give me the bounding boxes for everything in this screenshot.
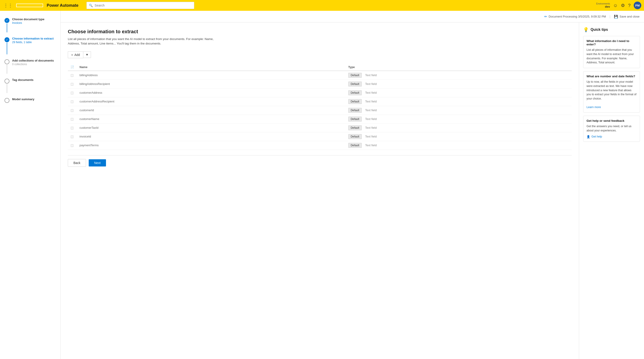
field-name-cell: customerId: [77, 106, 346, 115]
default-badge: Default: [348, 125, 362, 130]
help-icon[interactable]: ?: [628, 3, 630, 8]
field-type-text: Text field: [365, 82, 376, 86]
step-4-title: Tag documents: [12, 78, 34, 82]
default-badge: Default: [348, 73, 362, 78]
save-close-label: Save and close: [620, 15, 640, 18]
fields-table: 📄 Name Type ◫ billingAddress Default Tex…: [68, 64, 572, 150]
field-name-cell: customerTaxId: [77, 123, 346, 132]
step-2-circle: ✓: [4, 37, 10, 42]
search-box[interactable]: 🔍: [86, 2, 194, 9]
step-5-title: Model summary: [12, 98, 34, 101]
quick-tip-card-3: Get help or send feedback Get the answer…: [583, 116, 640, 142]
field-name-cell: paymentTerms: [77, 141, 346, 150]
topnav: ⋮⋮ Power Automate 🔍 Environments dev ☺ ⚙…: [0, 0, 644, 11]
field-type-cell: Default Text field: [346, 80, 572, 88]
default-badge: Default: [348, 99, 362, 104]
avatar[interactable]: PM: [634, 2, 641, 9]
sidebar: ✓ Choose document type Invoices ✓ Choose…: [0, 11, 61, 359]
step-4-circle: [4, 79, 10, 84]
col-name-header: Name: [77, 64, 346, 71]
env-name: dev: [605, 5, 610, 8]
save-close-btn[interactable]: 💾 Save and close: [614, 15, 640, 19]
table-row: ◫ customerName Default Text field: [68, 115, 572, 123]
get-help-anchor[interactable]: Get help: [592, 135, 602, 138]
qt-card-1-title: What information do I need to enter?: [586, 39, 636, 46]
sidebar-item-tag-docs[interactable]: Tag documents: [0, 76, 60, 95]
qt-card-3-title: Get help or send feedback: [586, 119, 636, 122]
field-type-icon: ◫: [70, 117, 74, 121]
learn-more-link[interactable]: Learn more: [586, 106, 601, 109]
sidebar-item-choose-doc-type[interactable]: ✓ Choose document type Invoices: [0, 15, 60, 35]
doc-title-text: Document Processing 3/5/2025, 9:09:32 PM: [548, 15, 606, 18]
col-checkbox: 📄: [68, 64, 77, 71]
app-logo: [16, 4, 43, 7]
field-type-cell: Default Text field: [346, 71, 572, 80]
chevron-down-icon: ▼: [86, 53, 88, 56]
default-badge: Default: [348, 143, 362, 148]
field-name-cell: billingAddress: [77, 71, 346, 80]
main-topbar: ✏ Document Processing 3/5/2025, 9:09:32 …: [61, 11, 644, 23]
step-3-text: Add collections of documents 0 collectio…: [12, 59, 54, 66]
add-button[interactable]: + Add: [68, 52, 83, 58]
field-name-cell: customerAddressRecipient: [77, 97, 346, 106]
page-description: List all pieces of information that you …: [68, 37, 220, 46]
search-icon: 🔍: [89, 4, 93, 7]
default-badge: Default: [348, 117, 362, 122]
table-row: ◫ customerAddressRecipient Default Text …: [68, 97, 572, 106]
qt-card-2-title: What are number and date fields?: [586, 75, 636, 78]
step-3-subtitle: 0 collections: [12, 63, 54, 66]
add-dropdown-button[interactable]: ▼: [83, 52, 91, 58]
default-badge: Default: [348, 134, 362, 139]
step-1-circle: ✓: [4, 18, 10, 23]
step-1-title: Choose document type: [12, 18, 44, 21]
field-name-cell: customerAddress: [77, 88, 346, 97]
feedback-icon[interactable]: ☺: [613, 3, 618, 8]
sidebar-item-add-collections[interactable]: Add collections of documents 0 collectio…: [0, 57, 60, 76]
default-badge: Default: [348, 108, 362, 113]
row-icon-cell: ◫: [68, 80, 77, 88]
next-button[interactable]: Next: [89, 159, 106, 166]
grid-icon[interactable]: ⋮⋮: [3, 2, 14, 9]
field-type-cell: Default Text field: [346, 88, 572, 97]
topnav-right: Environments dev ☺ ⚙ ? PM: [596, 2, 641, 9]
step-3-title: Add collections of documents: [12, 59, 54, 62]
back-button[interactable]: Back: [68, 159, 86, 167]
row-icon-cell: ◫: [68, 88, 77, 97]
field-type-cell: Default Text field: [346, 141, 572, 150]
field-type-cell: Default Text field: [346, 106, 572, 115]
table-row: ◫ customerTaxId Default Text field: [68, 123, 572, 132]
sidebar-item-model-summary[interactable]: Model summary: [0, 95, 60, 105]
field-type-icon: ◫: [70, 100, 74, 103]
table-row: ◫ customerId Default Text field: [68, 106, 572, 115]
col-type-header: Type: [346, 64, 572, 71]
content-scroll: Choose information to extract List all p…: [61, 23, 644, 359]
field-type-cell: Default Text field: [346, 123, 572, 132]
table-row: ◫ invoiceId Default Text field: [68, 132, 572, 141]
main-content: Choose information to extract List all p…: [61, 23, 579, 359]
step-1-text: Choose document type Invoices: [12, 18, 44, 25]
doc-title-edit[interactable]: ✏ Document Processing 3/5/2025, 9:09:32 …: [544, 15, 606, 19]
field-type-icon: ◫: [70, 82, 74, 86]
field-type-text: Text field: [365, 117, 376, 121]
step-2-title: Choose information to extract: [12, 37, 54, 40]
search-input[interactable]: [94, 4, 192, 7]
step-2-text: Choose information to extract 29 fields,…: [12, 37, 54, 44]
settings-icon[interactable]: ⚙: [621, 3, 625, 8]
sidebar-item-choose-info[interactable]: ✓ Choose information to extract 29 field…: [0, 35, 60, 57]
default-badge: Default: [348, 90, 362, 95]
field-type-cell: Default Text field: [346, 97, 572, 106]
step-4-text: Tag documents: [12, 78, 34, 82]
add-icon: +: [71, 53, 73, 57]
field-type-text: Text field: [365, 91, 376, 94]
quick-tips-panel: 💡 Quick tips What information do I need …: [579, 23, 644, 359]
row-icon-cell: ◫: [68, 115, 77, 123]
add-btn-wrap: + Add ▼: [68, 52, 572, 58]
environment-selector[interactable]: Environments dev: [596, 3, 610, 8]
table-row: ◫ billingAddressRecipient Default Text f…: [68, 80, 572, 88]
field-type-text: Text field: [365, 100, 376, 103]
qt-card-2-text: Up to now, all the fields in your model …: [586, 80, 636, 109]
field-type-icon: ◫: [70, 143, 74, 147]
qt-card-3-text: Get the answers you need, or tell us abo…: [586, 124, 636, 133]
get-help-link[interactable]: 👤 Get help: [586, 135, 636, 138]
row-icon-cell: ◫: [68, 106, 77, 115]
